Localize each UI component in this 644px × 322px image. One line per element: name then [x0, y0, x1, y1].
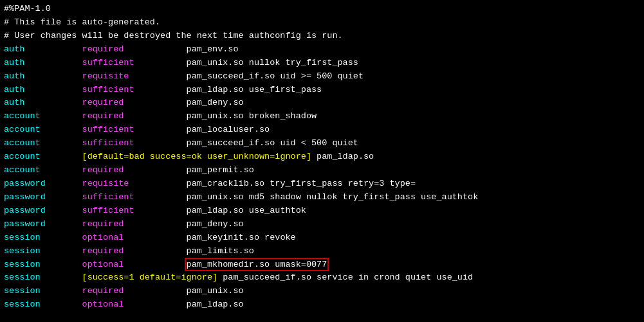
- line-2: # This file is auto-generated.: [4, 16, 640, 30]
- line-13: account [default=bad success=ok user_unk…: [4, 150, 640, 164]
- line-10: account required pam_unix.so broken_shad…: [4, 110, 640, 123]
- line-22: session required pam_limits.so: [4, 245, 640, 258]
- line-17: password sufficient pam_unix.so md5 shad…: [4, 191, 640, 204]
- line-16: password requisite pam_cracklib.so try_f…: [4, 177, 640, 191]
- line-19: password required pam_deny.so: [4, 218, 640, 231]
- line-8: auth required pam_deny.so: [4, 96, 640, 110]
- terminal: #%PAM-1.0# This file is auto-generated.#…: [0, 0, 644, 322]
- line-4: auth required pam_env.so: [4, 43, 640, 57]
- line-7: auth sufficient pam_ldap.so use_first_pa…: [4, 84, 640, 97]
- line-5: auth sufficient pam_unix.so nullok try_f…: [4, 57, 640, 70]
- line-23: session optional pam_mkhomedir.so umask=…: [4, 258, 640, 272]
- line-18: password sufficient pam_ldap.so use_auth…: [4, 204, 640, 218]
- line-21: session optional pam_keyinit.so revoke: [4, 231, 640, 245]
- line-25: session required pam_unix.so: [4, 285, 640, 298]
- line-6: auth requisite pam_succeed_if.so uid >= …: [4, 70, 640, 84]
- boxed-text: pam_mkhomedir.so umask=0077: [187, 260, 327, 269]
- line-24: session [success=1 default=ignore] pam_s…: [4, 271, 640, 285]
- line-12: account sufficient pam_succeed_if.so uid…: [4, 137, 640, 150]
- line-14: account required pam_permit.so: [4, 164, 640, 177]
- line-3: # User changes will be destroyed the nex…: [4, 30, 640, 43]
- line-1: #%PAM-1.0: [4, 3, 640, 16]
- line-11: account sufficient pam_localuser.so: [4, 123, 640, 137]
- line-26: session optional pam_ldap.so: [4, 298, 640, 312]
